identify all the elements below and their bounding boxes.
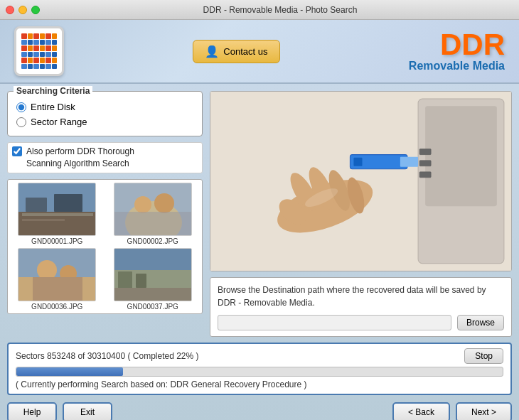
footer-buttons: Help Exit < Back Next > <box>7 402 512 420</box>
svg-rect-4 <box>22 213 93 216</box>
thumbnail-image-4 <box>114 248 192 301</box>
svg-rect-16 <box>114 249 192 270</box>
minimize-button[interactable] <box>18 6 27 14</box>
thorough-scan-checkbox[interactable] <box>12 146 22 156</box>
thumbnail-image-3 <box>18 248 96 301</box>
brand-title: DDR <box>409 30 505 60</box>
svg-rect-19 <box>136 274 146 288</box>
svg-rect-20 <box>114 288 192 301</box>
radio-group: Entire Disk Sector Range <box>16 102 193 127</box>
search-criteria-box: Searching Criteria Entire Disk Sector Ra… <box>7 91 203 136</box>
thumbnail-image-2 <box>114 183 192 236</box>
person-icon: 👤 <box>205 45 219 58</box>
search-criteria-legend: Searching Criteria <box>14 86 92 96</box>
close-button[interactable] <box>6 6 14 14</box>
brand-subtitle: Removable Media <box>409 60 505 72</box>
thumbnail-label-3: GND00036.JPG <box>31 303 82 311</box>
entire-disk-label: Entire Disk <box>31 102 75 112</box>
procedure-text: ( Currently performing Search based on: … <box>16 379 503 389</box>
usb-illustration <box>210 92 511 271</box>
status-bar: Sectors 853248 of 30310400 ( Completed 2… <box>7 343 512 395</box>
svg-rect-25 <box>419 161 431 166</box>
brand-area: DDR Removable Media <box>409 30 505 72</box>
svg-rect-26 <box>419 172 431 178</box>
browse-description: Browse the Destination path where the re… <box>218 284 504 309</box>
left-panel: Searching Criteria Entire Disk Sector Ra… <box>7 91 203 337</box>
header: 👤 Contact us DDR Removable Media <box>0 20 519 84</box>
back-button[interactable]: < Back <box>392 402 450 420</box>
svg-point-13 <box>37 260 57 280</box>
svg-point-8 <box>134 196 151 213</box>
maximize-button[interactable] <box>31 6 40 14</box>
contact-label: Contact us <box>223 46 267 57</box>
footer-right: < Back Next > <box>392 402 512 420</box>
svg-point-9 <box>154 193 174 213</box>
window-controls[interactable] <box>6 6 40 14</box>
thorough-scan-label: Also perform DDR ThoroughScanning Algori… <box>26 146 134 170</box>
logo-grid <box>21 33 57 69</box>
app-logo <box>14 26 64 76</box>
svg-rect-35 <box>353 158 362 166</box>
thumbnail-label-4: GND00037.JPG <box>127 303 178 311</box>
browse-button[interactable]: Browse <box>457 315 504 330</box>
thumb2-visual <box>114 183 191 235</box>
content-row: Searching Criteria Entire Disk Sector Ra… <box>7 91 512 337</box>
entire-disk-radio[interactable] <box>16 102 26 112</box>
main-content: Searching Criteria Entire Disk Sector Ra… <box>0 84 519 420</box>
help-button[interactable]: Help <box>7 402 57 420</box>
svg-rect-10 <box>114 212 192 236</box>
browse-row: Browse <box>218 315 504 330</box>
thumbnail-image-1 <box>18 183 96 236</box>
sector-range-label: Sector Range <box>31 117 87 127</box>
titlebar: DDR - Removable Media - Photo Search <box>0 0 519 20</box>
svg-rect-24 <box>419 149 431 155</box>
status-top-row: Sectors 853248 of 30310400 ( Completed 2… <box>16 348 503 364</box>
thorough-scan-checkbox-row[interactable]: Also perform DDR ThoroughScanning Algori… <box>7 142 203 173</box>
thumb4-visual <box>114 249 191 301</box>
thumbnail-label-2: GND00002.JPG <box>127 237 178 245</box>
svg-rect-34 <box>400 157 418 167</box>
contact-button[interactable]: 👤 Contact us <box>193 40 279 63</box>
browse-path-input[interactable] <box>218 315 451 330</box>
progress-bar-fill <box>16 367 123 376</box>
svg-rect-15 <box>33 277 82 301</box>
thumbnail-item-1[interactable]: GND00001.JPG <box>11 183 104 245</box>
thumbnail-item-2[interactable]: GND00002.JPG <box>107 183 200 245</box>
svg-rect-5 <box>22 219 65 221</box>
footer-left: Help Exit <box>7 402 112 420</box>
thumb1-visual <box>18 183 95 235</box>
exit-button[interactable]: Exit <box>63 402 112 420</box>
sectors-text: Sectors 853248 of 30310400 ( Completed 2… <box>16 351 199 361</box>
next-button[interactable]: Next > <box>456 402 512 420</box>
photo-preview <box>210 91 512 271</box>
thumbnail-item-3[interactable]: GND00036.JPG <box>11 248 104 311</box>
progress-bar-background <box>16 367 503 377</box>
stop-button[interactable]: Stop <box>464 348 503 364</box>
entire-disk-option[interactable]: Entire Disk <box>16 102 193 112</box>
sector-range-radio[interactable] <box>16 117 26 127</box>
svg-rect-18 <box>118 271 132 289</box>
window-title: DDR - Removable Media - Photo Search <box>47 5 513 15</box>
svg-rect-3 <box>54 194 82 212</box>
browse-area: Browse the Destination path where the re… <box>210 277 512 337</box>
thumb3-visual <box>18 249 95 301</box>
thumbnails-grid: GND00001.JPG <box>7 179 203 314</box>
thumbnail-label-1: GND00001.JPG <box>31 237 82 245</box>
right-panel: Browse the Destination path where the re… <box>210 91 512 337</box>
svg-rect-2 <box>26 198 47 212</box>
svg-rect-23 <box>425 106 497 206</box>
thumbnail-item-4[interactable]: GND00037.JPG <box>107 248 200 311</box>
sector-range-option[interactable]: Sector Range <box>16 117 193 127</box>
